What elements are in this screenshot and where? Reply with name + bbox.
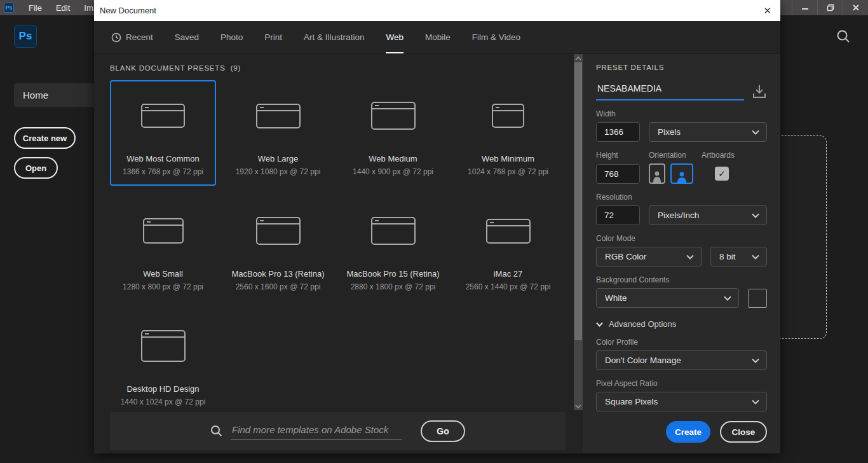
presets-header-label: BLANK DOCUMENT PRESETS: [110, 64, 226, 72]
preset-icon-zone: [226, 81, 330, 150]
scrollbar-down-icon[interactable]: [574, 402, 583, 410]
width-label: Width: [596, 109, 767, 118]
dialog-body: BLANK DOCUMENT PRESETS (9) Web Most Comm…: [94, 54, 780, 453]
scrollbar-up-icon[interactable]: [574, 54, 583, 62]
width-unit-dropdown[interactable]: Pixels: [649, 122, 767, 142]
go-button[interactable]: Go: [421, 420, 465, 442]
preset-name: Web Small: [143, 269, 183, 279]
pixel-aspect-ratio-value: Square Pixels: [605, 397, 658, 406]
preset-card[interactable]: MacBook Pro 15 (Retina) 2880 x 1800 px @…: [340, 195, 446, 301]
chevron-down-icon: [686, 254, 694, 259]
resolution-input[interactable]: [596, 205, 640, 225]
presets-panel: BLANK DOCUMENT PRESETS (9) Web Most Comm…: [94, 54, 583, 453]
preset-card[interactable]: Desktop HD Design 1440 x 1024 px @ 72 pp…: [110, 310, 216, 416]
chevron-down-icon: [596, 322, 603, 327]
menu-item[interactable]: Edit: [50, 1, 76, 15]
tab-label: Photo: [220, 32, 243, 42]
close-button[interactable]: Close: [720, 421, 767, 443]
resolution-unit-dropdown[interactable]: Pixels/Inch: [649, 205, 767, 225]
preset-icon-zone: [226, 197, 330, 265]
tab-art-illustration[interactable]: Art & Illustration: [304, 21, 364, 53]
browser-window-icon: [256, 104, 301, 128]
chevron-down-icon: [752, 213, 759, 218]
pixel-aspect-ratio-dropdown[interactable]: Square Pixels: [596, 392, 767, 411]
orientation-buttons: ✓: [649, 163, 729, 184]
preset-dims: 2880 x 1800 px @ 72 ppi: [351, 282, 436, 291]
landscape-person-icon: [675, 171, 688, 183]
orientation-landscape-button[interactable]: [670, 163, 693, 184]
close-window-button[interactable]: [843, 0, 868, 15]
preset-card[interactable]: Web Medium 1440 x 900 px @ 72 ppi: [340, 80, 446, 186]
preset-card[interactable]: MacBook Pro 13 (Retina) 2560 x 1600 px @…: [225, 195, 331, 301]
stock-search-input[interactable]: [231, 422, 402, 440]
preset-card[interactable]: Web Large 1920 x 1080 px @ 72 ppi: [225, 80, 331, 186]
preset-card[interactable]: Web Small 1280 x 800 px @ 72 ppi: [110, 195, 216, 301]
create-new-button[interactable]: Create new: [14, 127, 76, 149]
window-controls: [792, 0, 868, 15]
search-button[interactable]: [835, 28, 851, 45]
tab-web[interactable]: Web: [386, 21, 403, 53]
tab-label: Mobile: [425, 32, 451, 42]
height-input[interactable]: [596, 164, 640, 184]
save-preset-icon[interactable]: [752, 84, 767, 99]
preset-icon-zone: [456, 197, 560, 265]
bit-depth-dropdown[interactable]: 8 bit: [710, 247, 767, 266]
browser-window-icon: [371, 217, 416, 245]
preset-card[interactable]: iMac 27 2560 x 1440 px @ 72 ppi: [455, 195, 561, 301]
color-mode-label: Color Mode: [596, 234, 767, 243]
background-color-swatch[interactable]: [748, 289, 767, 308]
advanced-options-toggle[interactable]: Advanced Options: [596, 319, 767, 329]
dialog-titlebar: New Document ✕: [94, 0, 780, 21]
background-contents-dropdown[interactable]: White: [596, 288, 739, 308]
width-input[interactable]: [596, 122, 640, 142]
preset-dims: 2560 x 1440 px @ 72 ppi: [466, 282, 551, 291]
dialog-actions: Create Close: [596, 421, 767, 453]
preset-card[interactable]: Web Most Common 1366 x 768 px @ 72 ppi: [110, 80, 216, 186]
tab-recent[interactable]: Recent: [111, 21, 153, 53]
preset-name: Web Minimum: [482, 154, 534, 163]
menu-item[interactable]: File: [23, 1, 48, 15]
scrollbar-thumb[interactable]: [574, 62, 582, 340]
document-name-input[interactable]: [596, 82, 744, 100]
preset-dims: 2560 x 1600 px @ 72 ppi: [236, 282, 321, 291]
tab-film-video[interactable]: Film & Video: [472, 21, 520, 53]
photoshop-logo: Ps: [14, 25, 37, 48]
preset-icon-zone: [111, 81, 215, 150]
tab-mobile[interactable]: Mobile: [425, 21, 451, 53]
preset-details-panel: PRESET DETAILS Width Pixels Height Orien…: [583, 54, 780, 453]
scrollbar[interactable]: [574, 54, 583, 410]
preset-name: MacBook Pro 15 (Retina): [347, 269, 440, 279]
preset-name: Web Medium: [369, 154, 417, 163]
dialog-close-icon[interactable]: ✕: [763, 6, 771, 15]
color-mode-dropdown[interactable]: RGB Color: [596, 247, 702, 266]
clock-icon: [111, 32, 121, 43]
tab-photo[interactable]: Photo: [220, 21, 243, 53]
browser-window-icon: [486, 219, 531, 244]
preset-icon-zone: [111, 312, 215, 380]
open-button[interactable]: Open: [14, 157, 58, 179]
create-button[interactable]: Create: [666, 421, 710, 443]
browser-window-icon: [371, 102, 416, 130]
portrait-person-icon: [652, 170, 662, 183]
tab-label: Art & Illustration: [304, 32, 364, 42]
preset-card[interactable]: Web Minimum 1024 x 768 px @ 72 ppi: [455, 80, 561, 186]
restore-button[interactable]: [817, 0, 843, 15]
search-icon: [836, 29, 850, 43]
preset-icon-zone: [341, 81, 445, 150]
resolution-label: Resolution: [596, 193, 767, 202]
stock-search-icon: [210, 425, 222, 437]
orientation-portrait-button[interactable]: [649, 163, 665, 184]
color-profile-value: Don't Color Manage: [605, 356, 681, 365]
tab-saved[interactable]: Saved: [175, 21, 199, 53]
preset-name: Web Most Common: [126, 154, 200, 163]
background-contents-label: Background Contents: [596, 275, 767, 284]
preset-dims: 1440 x 900 px @ 72 ppi: [353, 167, 433, 176]
color-profile-dropdown[interactable]: Don't Color Manage: [596, 350, 767, 370]
preset-dims: 1280 x 800 px @ 72 ppi: [123, 282, 203, 291]
tab-label: Recent: [126, 32, 153, 42]
artboards-checkbox[interactable]: ✓: [715, 167, 729, 181]
tab-print[interactable]: Print: [264, 21, 282, 53]
tab-label: Saved: [175, 32, 199, 42]
preset-name: Web Large: [258, 154, 298, 163]
minimize-button[interactable]: [792, 0, 817, 15]
